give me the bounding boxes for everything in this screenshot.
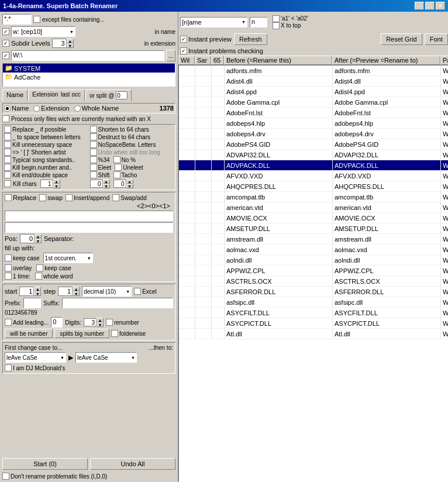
eleet-cb[interactable] (90, 164, 97, 171)
radio-extension[interactable]: Extension (33, 105, 69, 112)
kill-chars-spinner[interactable]: ▲ ▼ (40, 179, 60, 188)
occurence-dropdown[interactable]: 1st occuren. ▼ (43, 253, 93, 263)
file-row[interactable]: ASCTRLS.OCX ASCTRLS.OCX W:\SYSTE (179, 276, 448, 287)
file-row[interactable]: ASYCPICT.DLL ASYCPICT.DLL W:\SYSTE (179, 318, 448, 329)
digits-up[interactable]: ▲ (97, 318, 104, 322)
browse-button[interactable]: ... (166, 50, 175, 61)
kill-chars-up[interactable]: ▲ (53, 179, 60, 184)
case-dropdown1[interactable]: leAve CaSe ▼ (5, 352, 66, 363)
step-value[interactable] (58, 287, 73, 296)
start-up[interactable]: ▲ (34, 287, 41, 291)
replace-underscore-cb[interactable] (4, 126, 11, 133)
subdir-value[interactable] (52, 39, 67, 48)
spinner2-down[interactable]: ▼ (126, 184, 133, 188)
col-header-num[interactable]: 65 (211, 56, 224, 65)
kill-begin-cb[interactable] (4, 164, 11, 171)
start-down[interactable]: ▼ (34, 291, 41, 296)
pos-spinner[interactable]: ▲ ▼ (20, 234, 42, 243)
file-row[interactable]: amcompat.tlb amcompat.tlb W:\SYSTE (179, 192, 448, 202)
file-row[interactable]: american.vtd american.vtd W:\SYSTE (179, 202, 448, 213)
path-checkbox[interactable] (2, 52, 9, 59)
tacho-cb[interactable] (113, 171, 120, 178)
drive-dropdown[interactable]: w: [cep10] ▼ (11, 26, 75, 37)
swap-cb[interactable] (39, 194, 46, 201)
subdir-up-button[interactable]: ▲ (67, 39, 74, 43)
radio-wholename-btn[interactable] (74, 105, 81, 112)
subdir-checkbox[interactable] (2, 40, 9, 47)
underscore-to-space-cb[interactable] (4, 133, 11, 140)
percent34-cb[interactable] (90, 156, 97, 163)
file-row[interactable]: ASYCFILT.DLL ASYCFILT.DLL W:\SYSTE (179, 308, 448, 318)
file-row[interactable]: adobeps4.drv adobeps4.drv W:\SYSTE (179, 129, 448, 139)
shift-cb[interactable] (90, 171, 97, 178)
folderwise-cb[interactable] (111, 330, 118, 337)
radio-extension-btn[interactable] (33, 105, 40, 112)
nopercent-cb[interactable] (113, 156, 120, 163)
splitsbig-button[interactable]: splits big number (54, 329, 109, 338)
addleading-cb[interactable] (5, 319, 12, 326)
file-row[interactable]: AMSETUP.DLL AMSETUP.DLL W:\SYSTE (179, 223, 448, 234)
reset-grid-button[interactable]: Reset Grid (381, 33, 422, 45)
file-row[interactable]: AMOVIE.OCX AMOVIE.OCX W:\SYSTE (179, 213, 448, 223)
font-button[interactable]: Font (425, 33, 448, 45)
file-row[interactable]: AFVXD.VXD AFVXD.VXD W:\SYSTE (179, 171, 448, 181)
col-header-before[interactable]: Before (=Rename this) (224, 56, 332, 65)
digits-spinner[interactable]: ▲ ▼ (84, 318, 104, 327)
minimize-button[interactable]: − (415, 2, 424, 10)
shorten-artist-cb[interactable] (4, 149, 11, 156)
decimal-dropdown[interactable]: decimal (10) ▼ (82, 286, 132, 297)
dont-rename-cb[interactable] (2, 473, 9, 480)
except-checkbox[interactable] (33, 16, 40, 23)
digits-value[interactable] (84, 318, 97, 326)
kill-chars-value[interactable] (40, 180, 53, 188)
destruct64-cb[interactable] (90, 133, 97, 140)
tab-name[interactable]: Name (2, 89, 27, 101)
keepcase2-cb[interactable] (36, 264, 43, 271)
file-row[interactable]: Adist4.dll Adist4.dll W:\SYSTE (179, 76, 448, 87)
replace-cb[interactable] (5, 194, 12, 201)
file-row[interactable]: aolmac.vxd aolmac.vxd W:\SYSTE (179, 245, 448, 255)
spinner2-up[interactable]: ▲ (126, 179, 133, 184)
renumber-cb[interactable] (106, 319, 113, 326)
tree-item-system[interactable]: 📁 SYSTEM (3, 64, 175, 73)
spinner2-value[interactable] (113, 180, 126, 188)
step-up[interactable]: ▲ (73, 287, 80, 291)
pos-value[interactable] (20, 234, 35, 243)
willbe-button[interactable]: will be number (5, 329, 53, 338)
tab-split[interactable]: or split @ (85, 89, 132, 101)
onetime-cb[interactable] (5, 273, 12, 280)
step-down[interactable]: ▼ (73, 291, 80, 296)
dj-cb[interactable] (5, 364, 12, 371)
file-row[interactable]: adfonts.mfm adfonts.mfm W:\SYSTE (179, 66, 448, 76)
prefix-input[interactable] (23, 298, 41, 308)
radio-name[interactable]: Name (4, 105, 29, 112)
start-spinner[interactable]: ▲ ▼ (19, 287, 41, 296)
keepcase-cb[interactable] (5, 254, 12, 261)
col-header-wil[interactable]: Wil (178, 56, 195, 65)
file-row[interactable]: asfsipc.dll asfsipc.dll W:\SYSTE (179, 297, 448, 308)
step-spinner[interactable]: ▲ ▼ (58, 287, 80, 296)
file-row[interactable]: ADVPACK.DLL ADVPACK.DLL W:\SYSTE (179, 160, 448, 171)
process-only-checkbox[interactable] (2, 115, 9, 122)
file-row[interactable]: AdobePS4.GID AdobePS4.GID W:\SYSTE (179, 139, 448, 150)
radio-name-btn[interactable] (4, 105, 11, 112)
wholeword-cb[interactable] (35, 273, 42, 280)
pos-down[interactable]: ▼ (35, 239, 42, 243)
replace-input[interactable] (5, 222, 173, 233)
typical-song-cb[interactable] (4, 156, 11, 163)
refresh-button[interactable]: Refresh (234, 33, 267, 45)
filter-input[interactable]: *.* (2, 14, 32, 25)
shorten64-cb[interactable] (90, 126, 97, 133)
overlay-cb[interactable] (5, 264, 12, 271)
file-row[interactable]: Adobe Gamma.cpl Adobe Gamma.cpl W:\SYSTE (179, 97, 448, 108)
pos-up[interactable]: ▲ (35, 234, 42, 239)
xtotop-cb[interactable] (273, 22, 280, 29)
start-button[interactable]: Start (0) (2, 458, 88, 470)
uneleet-cb[interactable] (115, 164, 122, 171)
kill-chars-cb[interactable] (4, 180, 11, 187)
subdir-spinner[interactable]: ▲ ▼ (52, 39, 74, 48)
folder-tree[interactable]: 📁 SYSTEM 📁 AdCache (2, 63, 175, 87)
file-list[interactable]: adfonts.mfm adfonts.mfm W:\SYSTE Adist4.… (178, 65, 448, 482)
spinner1-up[interactable]: ▲ (103, 179, 110, 184)
file-row[interactable]: amstream.dll amstream.dll W:\SYSTE (179, 234, 448, 245)
